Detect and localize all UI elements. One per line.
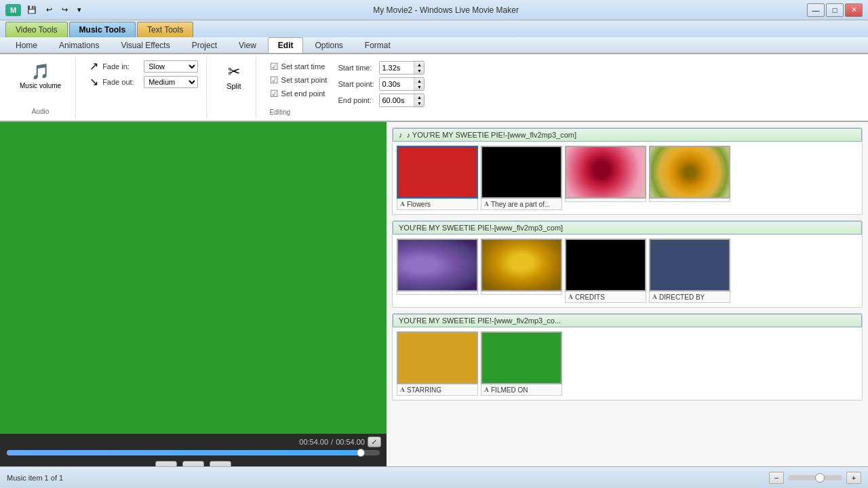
ribbon-tab-bar: Video Tools Music Tools Text Tools: [0, 20, 868, 37]
type-icon-flowers: 𝐀: [400, 200, 405, 208]
end-point-up[interactable]: ▲: [414, 94, 424, 100]
end-point-down[interactable]: ▼: [414, 100, 424, 106]
maximize-button[interactable]: □: [826, 3, 844, 17]
start-time-row: Start time: ▲ ▼: [338, 61, 425, 75]
list-item[interactable]: 𝐀 FILMED ON: [481, 331, 562, 396]
fade-out-select[interactable]: SlowMediumFastNone: [144, 76, 198, 88]
fade-out-row: ↘ Fade out: SlowMediumFastNone: [90, 75, 198, 88]
ribbon-group-audio: 🎵 Music volume Audio: [5, 57, 76, 118]
fade-in-select[interactable]: SlowMediumFastNone: [144, 60, 198, 73]
ribbon-group-fade: ↗ Fade in: SlowMediumFastNone ↘ Fade out…: [81, 57, 207, 118]
preview-screen: [0, 122, 387, 434]
tab-animations[interactable]: Animations: [49, 37, 109, 53]
zoom-slider[interactable]: [788, 475, 842, 481]
set-start-point-row: ☑ Set start point: [270, 75, 328, 85]
track2-header-label: YOU'RE MY SWEETIE PIE!-[www_flv2mp3_com]: [399, 224, 563, 232]
tab-format[interactable]: Format: [355, 37, 401, 53]
label-flowers: 𝐀 Flowers: [397, 199, 478, 210]
list-item[interactable]: 𝐀 They are a part of...: [481, 146, 562, 210]
track3-items: 𝐀 STARRING 𝐀 FILMED ON: [393, 327, 862, 400]
item-label-filmed-on: FILMED ON: [491, 386, 528, 394]
set-start-point-icon: ☑: [270, 75, 279, 85]
storyboard: ♪ ♪ YOU'RE MY SWEETIE PIE!-[www_flv2mp3_…: [387, 122, 868, 484]
list-item[interactable]: [565, 146, 646, 210]
tab-edit[interactable]: Edit: [268, 37, 304, 53]
thumb-they-are: [481, 146, 562, 199]
list-item[interactable]: [397, 239, 478, 303]
tab-project[interactable]: Project: [182, 37, 227, 53]
label-purple-flowers: [397, 291, 478, 295]
start-point-input[interactable]: [380, 79, 414, 89]
thumb-starring: [397, 331, 478, 384]
music-volume-button[interactable]: 🎵 Music volume: [14, 60, 67, 93]
split-label: Split: [226, 82, 241, 90]
list-item[interactable]: [649, 146, 730, 210]
type-icon-starring: 𝐀: [400, 386, 405, 394]
status-right: − +: [769, 472, 861, 484]
editing-controls: ☑ Set start time ☑ Set start point ☑ Set…: [270, 60, 425, 107]
start-point-down[interactable]: ▼: [414, 84, 424, 90]
progress-thumb[interactable]: [357, 449, 365, 457]
fade-out-label: Fade out:: [102, 78, 140, 86]
start-time-up[interactable]: ▲: [414, 62, 424, 68]
close-button[interactable]: ✕: [845, 3, 863, 17]
progress-bar: [7, 450, 361, 455]
undo-button[interactable]: ↩: [43, 3, 56, 16]
thumb-filmed-on: [481, 331, 562, 384]
label-yellow-flowers: [481, 291, 562, 295]
tab-music-tools[interactable]: Music Tools: [69, 22, 136, 37]
status-bar: Music item 1 of 1 − +: [0, 466, 868, 488]
redo-button[interactable]: ↪: [58, 3, 71, 16]
set-start-time-label: Set start time: [281, 62, 326, 70]
list-item[interactable]: 𝐀 DIRECTED BY: [649, 239, 730, 303]
item-label-they-are: They are a part of...: [491, 201, 550, 208]
tab-video-tools[interactable]: Video Tools: [5, 22, 68, 37]
end-point-input[interactable]: [380, 96, 414, 105]
start-time-label: Start time:: [338, 64, 375, 72]
start-time-down[interactable]: ▼: [414, 68, 424, 74]
track-section-1: ♪ ♪ YOU'RE MY SWEETIE PIE!-[www_flv2mp3_…: [392, 127, 863, 215]
minimize-button[interactable]: —: [807, 3, 825, 17]
track1-items: 𝐀 Flowers 𝐀 They are a part of...: [393, 142, 862, 214]
item-label-credits: CREDITS: [575, 293, 605, 301]
type-icon-directed-by: 𝐀: [652, 293, 657, 301]
track3-header-label: YOU'RE MY SWEETIE PIE!-[www_flv2mp3_co..…: [399, 317, 561, 325]
time-separator: /: [331, 438, 333, 446]
tab-options[interactable]: Options: [304, 37, 353, 53]
list-item[interactable]: 𝐀 Flowers: [397, 146, 478, 210]
list-item[interactable]: [481, 239, 562, 303]
list-item[interactable]: 𝐀 STARRING: [397, 331, 478, 396]
time-display: 00:54.00 / 00:54.00 ⤢: [5, 436, 381, 447]
start-time-input[interactable]: [380, 63, 414, 73]
track1-header-label: ♪ YOU'RE MY SWEETIE PIE!-[www_flv2mp3_co…: [407, 131, 576, 139]
expand-button[interactable]: ⤢: [368, 436, 381, 447]
thumb-credits: [565, 239, 646, 291]
end-point-row: End point: ▲ ▼: [338, 94, 425, 107]
type-icon-credits: 𝐀: [568, 293, 573, 301]
label-starring: 𝐀 STARRING: [397, 384, 478, 396]
zoom-out-button[interactable]: −: [769, 472, 784, 484]
thumb-flowers: [397, 146, 478, 199]
list-item[interactable]: 𝐀 CREDITS: [565, 239, 646, 303]
fade-in-label: Fade in:: [102, 62, 140, 70]
music-volume-label: Music volume: [20, 82, 61, 89]
tab-home[interactable]: Home: [5, 37, 47, 53]
split-button[interactable]: ✂ Split: [220, 60, 247, 94]
tab-visual-effects[interactable]: Visual Effects: [111, 37, 180, 53]
thumb-directed-by: [649, 239, 730, 291]
music-volume-icon: 🎵: [31, 63, 50, 81]
tab-view[interactable]: View: [229, 37, 267, 53]
set-end-point-label: Set end point: [281, 89, 326, 98]
start-point-row: Start point: ▲ ▼: [338, 77, 425, 91]
zoom-in-button[interactable]: +: [846, 472, 861, 484]
audio-group-label: Audio: [32, 108, 50, 115]
progress-bar-container[interactable]: [7, 450, 380, 455]
track-header-1: ♪ ♪ YOU'RE MY SWEETIE PIE!-[www_flv2mp3_…: [393, 128, 862, 142]
tab-text-tools[interactable]: Text Tools: [137, 22, 193, 37]
start-point-up[interactable]: ▲: [414, 78, 424, 84]
zoom-thumb[interactable]: [815, 473, 825, 483]
dropdown-arrow[interactable]: ▾: [74, 3, 85, 16]
app-menu-button[interactable]: M: [5, 4, 21, 16]
save-button[interactable]: 💾: [24, 3, 40, 16]
time-total: 00:54.00: [336, 438, 365, 446]
